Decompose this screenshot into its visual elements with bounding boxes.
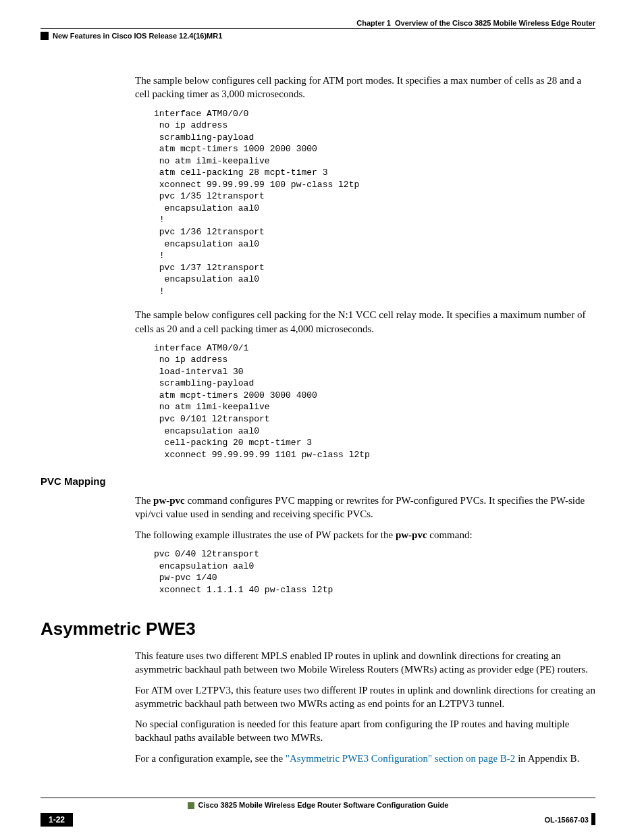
heading-pvc-mapping: PVC Mapping	[41, 475, 595, 487]
code-block-pw-pvc: pvc 0/40 l2transport encapsulation aal0 …	[154, 548, 595, 596]
header-rule	[41, 28, 595, 29]
code-block-atm-port: interface ATM0/0/0 no ip address scrambl…	[154, 108, 595, 298]
command-name: pw-pvc	[153, 495, 185, 506]
page-content: The sample below configures cell packing…	[135, 74, 595, 765]
text-run: The	[135, 495, 153, 506]
body-paragraph: For a configuration example, see the "As…	[135, 752, 595, 765]
cross-reference-link[interactable]: "Asymmetric PWE3 Configuration" section …	[286, 753, 516, 764]
body-paragraph: The sample below configures cell packing…	[135, 308, 595, 336]
footer-tick-icon	[591, 813, 595, 825]
body-paragraph: The following example illustrates the us…	[135, 528, 595, 542]
body-paragraph: The sample below configures cell packing…	[135, 74, 595, 101]
body-paragraph: The pw-pvc command configures PVC mappin…	[135, 494, 595, 521]
document-id: OL-15667-03	[545, 816, 589, 824]
text-run: The following example illustrates the us…	[135, 529, 396, 540]
page-number-badge: 1-22	[41, 813, 73, 827]
text-run: command:	[427, 529, 473, 540]
chapter-label: Chapter 1	[356, 19, 395, 27]
body-paragraph: No special configuration is needed for t…	[135, 717, 595, 745]
guide-title-text: Cisco 3825 Mobile Wireless Edge Router S…	[198, 801, 449, 809]
footer-marker-icon	[188, 802, 194, 809]
code-block-vcc-relay: interface ATM0/0/1 no ip address load-in…	[154, 342, 595, 461]
heading-asymmetric-pwe3: Asymmetric PWE3	[41, 619, 595, 640]
chapter-title: Overview of the Cisco 3825 Mobile Wirele…	[395, 19, 595, 27]
body-paragraph: For ATM over L2TPV3, this feature uses t…	[135, 683, 595, 711]
running-header: Chapter 1 Overview of the Cisco 3825 Mob…	[41, 19, 595, 27]
text-run: For a configuration example, see the	[135, 753, 286, 764]
text-run: command configures PVC mapping or rewrit…	[135, 495, 585, 519]
text-run: in Appendix B.	[515, 753, 579, 764]
section-breadcrumb: New Features in Cisco IOS Release 12.4(1…	[53, 32, 222, 40]
footer-guide-title: Cisco 3825 Mobile Wireless Edge Router S…	[41, 801, 595, 809]
header-marker-icon	[41, 32, 49, 40]
command-name: pw-pvc	[396, 529, 427, 540]
footer-rule	[41, 798, 595, 798]
body-paragraph: This feature uses two different MPLS ena…	[135, 649, 595, 677]
